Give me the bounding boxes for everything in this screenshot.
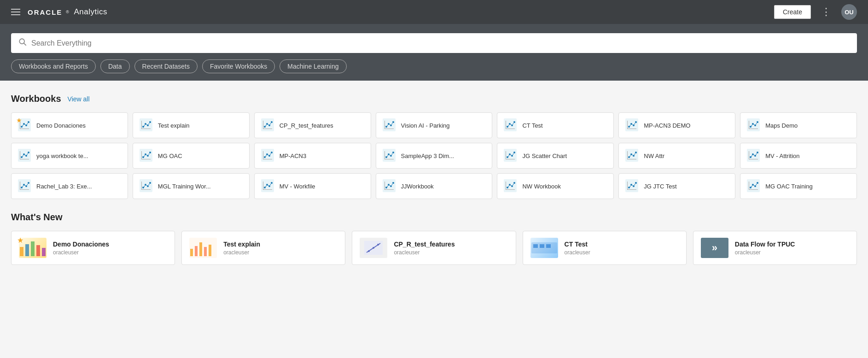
svg-point-143 (21, 187, 23, 188)
new-card[interactable]: ★ Demo Donacionesoracleuser (11, 231, 175, 265)
workbook-card[interactable]: NW Workbook (497, 173, 614, 199)
svg-rect-170 (263, 182, 263, 190)
search-input[interactable] (31, 39, 850, 47)
filter-tab-machine-learning[interactable]: Machine Learning (280, 59, 346, 73)
svg-point-54 (630, 123, 632, 125)
new-card[interactable]: »Data Flow for TPUCoracleuser (693, 231, 857, 265)
workbook-card[interactable]: CT Test (497, 112, 614, 138)
svg-rect-230 (546, 244, 551, 248)
svg-rect-81 (20, 159, 29, 159)
svg-point-153 (142, 187, 144, 188)
svg-point-15 (147, 124, 149, 126)
analytics-text: Analytics (74, 7, 107, 17)
search-bar[interactable] (11, 33, 857, 53)
workbook-card[interactable]: JG JTC Test (618, 173, 735, 199)
svg-rect-151 (20, 189, 29, 190)
workbook-icon (747, 118, 761, 132)
svg-rect-91 (141, 159, 151, 159)
svg-rect-201 (627, 189, 636, 190)
svg-rect-190 (506, 182, 506, 190)
star-icon: ★ (17, 236, 23, 245)
filter-tab-recent-datasets[interactable]: Recent Datasets (134, 59, 198, 73)
svg-rect-220 (204, 247, 207, 256)
svg-point-145 (25, 185, 27, 187)
workbook-card[interactable]: Rachel_Lab 3: Exe... (11, 173, 128, 199)
svg-point-36 (392, 121, 394, 123)
svg-point-176 (392, 182, 394, 184)
avatar[interactable]: OU (841, 4, 857, 20)
svg-point-95 (268, 155, 270, 157)
new-card[interactable]: CP_R_test_featuresoracleuser (352, 231, 516, 265)
svg-line-58 (632, 124, 633, 125)
workbook-icon (261, 149, 275, 163)
card-thumbnail (189, 238, 217, 258)
more-options-icon[interactable]: ⋮ (818, 4, 834, 20)
new-card[interactable]: CT Testoracleuser (523, 231, 687, 265)
new-card-title: Test explain (223, 241, 260, 248)
svg-point-174 (388, 184, 390, 186)
svg-rect-40 (384, 121, 385, 129)
workbook-name: MP-ACN3 (280, 153, 307, 159)
svg-point-76 (28, 152, 29, 153)
svg-rect-191 (506, 189, 515, 190)
workbook-name: JG Scatter Chart (522, 153, 567, 159)
workbook-name: JJWorkbook (401, 183, 434, 190)
svg-line-138 (754, 155, 754, 155)
workbook-card[interactable]: Vision AI - Parking (376, 112, 493, 138)
svg-point-154 (145, 184, 146, 186)
registered-mark: ® (66, 10, 69, 14)
workbook-card[interactable]: MP-ACN3 DEMO (618, 112, 735, 138)
svg-point-125 (633, 155, 635, 157)
workbook-name: SampleApp 3 Dim... (401, 153, 454, 159)
view-all-link[interactable]: View all (68, 95, 90, 103)
workbook-card[interactable]: JG Scatter Chart (497, 143, 614, 169)
svg-point-134 (752, 153, 754, 155)
svg-point-196 (635, 182, 637, 184)
workbook-card[interactable]: JJWorkbook (376, 173, 493, 199)
filter-tab-workbooks-reports[interactable]: Workbooks and Reports (11, 59, 96, 73)
svg-line-78 (25, 155, 25, 155)
svg-point-195 (633, 185, 635, 187)
workbook-icon (383, 118, 396, 132)
svg-rect-60 (627, 121, 628, 129)
workbook-name: yoga workbook te... (36, 153, 88, 159)
workbook-card[interactable]: MP-ACN3 (254, 143, 371, 169)
svg-rect-210 (749, 182, 749, 190)
card-thumbnail (530, 238, 558, 258)
svg-rect-213 (25, 244, 29, 256)
svg-point-64 (752, 123, 754, 125)
svg-point-45 (511, 124, 513, 126)
svg-point-6 (28, 121, 29, 123)
workbook-card[interactable]: MV - Workfile (254, 173, 371, 199)
workbook-name: Test explain (158, 122, 190, 129)
workbook-card[interactable]: Maps Demo (740, 112, 857, 138)
hamburger-menu-icon[interactable] (11, 7, 20, 17)
workbook-name: NW Workbook (522, 183, 561, 190)
new-card[interactable]: Test explainoracleuser (181, 231, 345, 265)
svg-rect-161 (141, 189, 151, 190)
svg-line-118 (511, 155, 511, 155)
workbook-card[interactable]: MG OAC Training (740, 173, 857, 199)
workbook-card[interactable]: MV - Attrition (740, 143, 857, 169)
svg-point-146 (28, 182, 29, 184)
whats-new-grid: ★ Demo Donacionesoracleuser Test explain… (11, 231, 857, 265)
workbook-card[interactable]: ★Demo Donaciones (11, 112, 128, 138)
svg-point-14 (145, 123, 146, 125)
workbook-name: JG JTC Test (644, 183, 676, 190)
svg-rect-110 (384, 151, 385, 159)
card-thumbnail: ★ (19, 238, 47, 258)
filter-tab-favorite-workbooks[interactable]: Favorite Workbooks (202, 59, 275, 73)
workbook-card[interactable]: yoga workbook te... (11, 143, 128, 169)
svg-line-128 (632, 155, 633, 155)
workbook-card[interactable]: CP_R_test_features (254, 112, 371, 138)
workbook-card[interactable]: MG OAC (133, 143, 250, 169)
create-button[interactable]: Create (774, 5, 811, 19)
filter-tab-data[interactable]: Data (100, 59, 130, 73)
svg-rect-111 (384, 159, 394, 159)
svg-rect-212 (20, 247, 23, 256)
workbook-card[interactable]: SampleApp 3 Dim... (376, 143, 493, 169)
workbook-card[interactable]: NW Attr (618, 143, 735, 169)
svg-point-175 (390, 185, 392, 187)
workbook-card[interactable]: MGL Training Wor... (133, 173, 250, 199)
workbook-card[interactable]: Test explain (133, 112, 250, 138)
